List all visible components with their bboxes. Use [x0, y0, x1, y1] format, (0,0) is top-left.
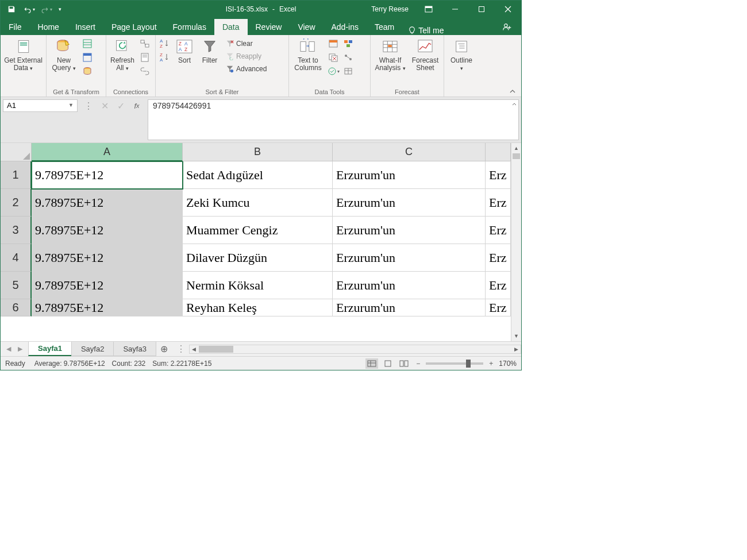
vertical-scrollbar[interactable]: ▲ ▼ [511, 143, 521, 341]
insert-function-button[interactable]: fx [129, 99, 144, 112]
row-header-6[interactable]: 6 [1, 299, 32, 316]
expand-formula-bar[interactable] [511, 101, 517, 107]
manage-data-model-button[interactable] [342, 65, 355, 78]
tab-data[interactable]: Data [214, 19, 248, 35]
cell[interactable]: Reyhan Keleş [183, 299, 333, 316]
cell[interactable]: Erz [486, 272, 511, 299]
tab-addins[interactable]: Add-ins [324, 19, 367, 35]
column-header-C[interactable]: C [333, 143, 486, 161]
tell-me[interactable]: Tell me [402, 26, 449, 35]
row-header-1[interactable]: 1 [1, 161, 32, 189]
cell[interactable]: Erzurum'un [333, 272, 486, 299]
relationships-button[interactable] [342, 51, 355, 64]
cell[interactable]: Nermin Köksal [183, 272, 333, 299]
undo-button[interactable]: ▾ [21, 2, 36, 16]
name-box[interactable]: A1 ▼ [3, 99, 78, 112]
row-header-2[interactable]: 2 [1, 189, 32, 217]
cell[interactable]: Erzurum'un [333, 244, 486, 272]
forecast-sheet-button[interactable]: Forecast Sheet [409, 36, 442, 73]
enter-formula-button[interactable]: ✓ [113, 99, 128, 112]
remove-duplicates-button[interactable] [327, 51, 340, 64]
cell[interactable]: 9.78975E+12 [32, 272, 183, 299]
sheet-tab-sayfa1[interactable]: Sayfa1 [28, 342, 72, 356]
cell[interactable]: Erz [486, 161, 511, 189]
tab-scroll-grip[interactable]: ⋮ [173, 343, 189, 354]
cell[interactable]: 9.78975E+12 [32, 189, 183, 217]
zoom-slider[interactable] [426, 362, 483, 365]
zoom-in-button[interactable]: + [487, 360, 495, 368]
row-header-5[interactable]: 5 [1, 272, 32, 299]
collapse-ribbon-button[interactable] [507, 87, 518, 95]
ribbon-display-options[interactable] [415, 1, 442, 18]
sheet-nav-prev[interactable]: ◀ [4, 345, 13, 353]
add-sheet-button[interactable]: ⊕ [156, 342, 173, 356]
scroll-down-button[interactable]: ▼ [511, 331, 521, 341]
formula-bar[interactable]: 9789754426991 [148, 99, 519, 140]
name-box-dropdown[interactable]: ▼ [68, 101, 74, 108]
normal-view-button[interactable] [365, 358, 378, 369]
column-header-partial[interactable] [486, 143, 511, 161]
reapply-filter-button[interactable]: Reapply [224, 50, 269, 63]
refresh-all-button[interactable]: Refresh All ▾ [107, 36, 137, 73]
cell[interactable]: Erzurum'un [333, 161, 486, 189]
recent-sources-button[interactable] [81, 65, 94, 78]
cell[interactable]: Erz [486, 189, 511, 217]
clear-filter-button[interactable]: Clear [224, 37, 269, 50]
tab-formulas[interactable]: Formulas [165, 19, 214, 35]
scroll-left-button[interactable]: ◀ [190, 346, 199, 352]
data-validation-button[interactable]: ▾ [327, 65, 340, 78]
page-layout-view-button[interactable] [382, 358, 394, 369]
cell[interactable]: Muammer Cengiz [183, 217, 333, 244]
cell[interactable]: 9.78975E+12 [32, 244, 183, 272]
sheet-tab-sayfa3[interactable]: Sayfa3 [113, 342, 156, 356]
sheet-tab-sayfa2[interactable]: Sayfa2 [71, 342, 114, 356]
from-table-button[interactable] [81, 51, 94, 64]
cell[interactable]: Erzurum'un [333, 299, 486, 316]
sort-za-button[interactable]: ZA [158, 51, 171, 64]
minimize-button[interactable] [442, 1, 468, 18]
save-button[interactable] [4, 2, 19, 16]
cell[interactable]: Erzurum'un [333, 189, 486, 217]
row-header-3[interactable]: 3 [1, 217, 32, 244]
horizontal-scrollbar[interactable]: ◀ ▶ [189, 345, 521, 354]
what-if-analysis-button[interactable]: What-If Analysis ▾ [372, 36, 409, 73]
cell[interactable]: 9.78975E+12 [32, 299, 183, 316]
close-button[interactable] [495, 1, 521, 18]
column-header-A[interactable]: A [32, 143, 183, 161]
scroll-right-button[interactable]: ▶ [511, 346, 521, 352]
cell[interactable]: Sedat Adıgüzel [183, 161, 333, 189]
page-break-view-button[interactable] [398, 358, 410, 369]
cell[interactable]: Zeki Kumcu [183, 189, 333, 217]
cell[interactable]: Erz [486, 299, 511, 316]
tab-review[interactable]: Review [248, 19, 290, 35]
tab-file[interactable]: File [1, 19, 30, 35]
tab-page-layout[interactable]: Page Layout [103, 19, 165, 35]
sort-az-button[interactable]: AZ [158, 37, 171, 50]
redo-button[interactable]: ▾ [38, 2, 53, 16]
connections-button[interactable] [138, 37, 151, 50]
cell[interactable]: 9.78975E+12 [32, 217, 183, 244]
consolidate-button[interactable] [342, 37, 355, 50]
scroll-up-button[interactable]: ▲ [511, 143, 521, 153]
cell[interactable]: 9.78975E+12 [32, 161, 183, 189]
cell[interactable]: Erzurum'un [333, 217, 486, 244]
get-external-data-button[interactable]: Get External Data ▾ [2, 36, 45, 73]
cell[interactable]: Erz [486, 244, 511, 272]
properties-button[interactable] [138, 51, 151, 64]
zoom-out-button[interactable]: − [414, 360, 422, 368]
formula-bar-options[interactable]: ⋮ [81, 99, 96, 112]
flash-fill-button[interactable] [327, 37, 340, 50]
tab-home[interactable]: Home [30, 19, 67, 35]
select-all-button[interactable] [1, 143, 32, 161]
edit-links-button[interactable] [138, 65, 151, 78]
share-button[interactable] [498, 19, 517, 35]
tab-team[interactable]: Team [367, 19, 402, 35]
filter-button[interactable]: Filter [197, 36, 222, 65]
cell[interactable]: Dilaver Düzgün [183, 244, 333, 272]
new-query-button[interactable]: New Query ▾ [48, 36, 80, 73]
advanced-filter-button[interactable]: Advanced [224, 63, 269, 75]
outline-button[interactable]: Outline▾ [445, 36, 478, 73]
text-to-columns-button[interactable]: Text to Columns [290, 36, 326, 73]
maximize-button[interactable] [468, 1, 495, 18]
cancel-formula-button[interactable]: ✕ [97, 99, 112, 112]
